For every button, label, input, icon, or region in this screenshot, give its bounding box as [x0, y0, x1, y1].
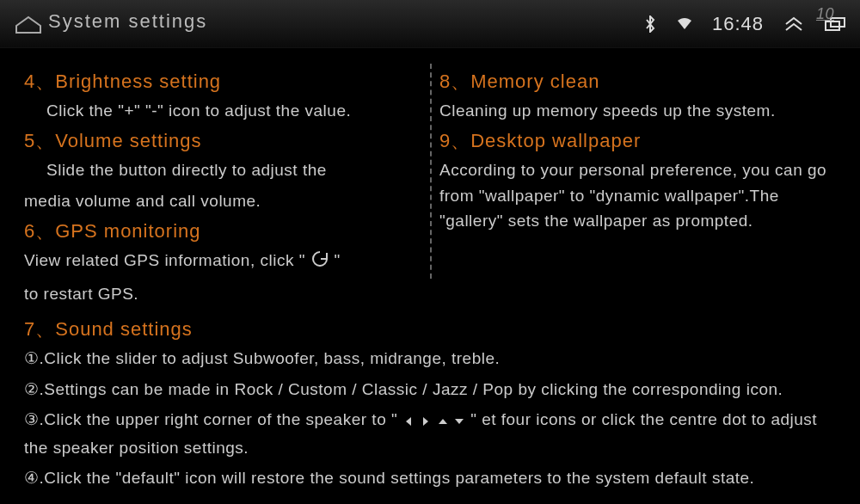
- page-title: System settings: [48, 10, 207, 33]
- chevrons-up-icon[interactable]: [783, 16, 805, 32]
- sound-item-2: ②.Settings can be made in Rock / Custom …: [24, 377, 836, 402]
- arrow-right-icon: [420, 409, 432, 434]
- desc-wallpaper: According to your personal preference, y…: [439, 157, 836, 233]
- heading-sound: 7、Sound settings: [24, 317, 836, 342]
- bluetooth-icon: [643, 15, 657, 33]
- status-bar: System settings 16:48 10: [0, 0, 860, 48]
- desc-gps-line1: View related GPS information, click " ": [24, 248, 421, 275]
- arrow-left-icon: [402, 409, 415, 434]
- back-button[interactable]: [14, 14, 43, 34]
- desc-gps-b: ": [334, 251, 340, 269]
- badge-number: 10: [816, 5, 834, 23]
- arrow-down-icon: [453, 409, 465, 434]
- desc-memory: Cleaning up memory speeds up the system.: [439, 98, 836, 123]
- desc-volume-b: media volume and call volume.: [24, 188, 421, 213]
- desc-brightness: Click the "+" "-" icon to adjust the val…: [24, 98, 421, 123]
- heading-memory: 8、Memory clean: [439, 69, 836, 95]
- sound-item-3: ③.Click the upper right corner of the sp…: [24, 407, 836, 460]
- content-area: 4、Brightness setting Click the "+" "-" i…: [0, 48, 860, 502]
- desc-gps-a: View related GPS information, click ": [24, 251, 305, 269]
- sound-item-4: ④.Click the "default" icon will restore …: [24, 465, 836, 490]
- left-column: 4、Brightness setting Click the "+" "-" i…: [24, 64, 421, 311]
- desc-volume-a: Slide the button directly to adjust the: [24, 157, 421, 182]
- arrow-up-icon: [437, 409, 449, 434]
- sound-item-1: ①.Click the slider to adjust Subwoofer, …: [24, 346, 836, 371]
- heading-gps: 6、GPS monitoring: [24, 218, 421, 244]
- sound-section: 7、Sound settings ①.Click the slider to a…: [24, 317, 836, 490]
- desc-gps-c: to restart GPS.: [24, 281, 421, 306]
- column-divider: [430, 64, 432, 279]
- sound-item-3a: ③.Click the upper right corner of the sp…: [24, 410, 397, 428]
- wifi-icon: [676, 17, 693, 31]
- clock: 16:48: [712, 13, 764, 35]
- heading-volume: 5、Volume settings: [24, 128, 421, 154]
- heading-wallpaper: 9、Desktop wallpaper: [439, 128, 836, 154]
- right-column: 8、Memory clean Cleaning up memory speeds…: [421, 64, 836, 311]
- heading-brightness: 4、Brightness setting: [24, 69, 421, 95]
- refresh-icon: [310, 249, 329, 275]
- home-outline-icon: [14, 14, 43, 34]
